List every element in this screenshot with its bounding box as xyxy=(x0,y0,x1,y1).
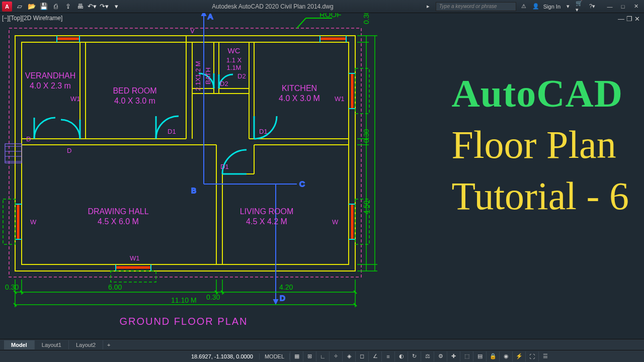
dim-0.30t: 0.30 xyxy=(362,13,370,24)
overlay-line-1: AutoCAD xyxy=(452,71,629,116)
w-tag-left: W xyxy=(30,218,37,226)
dim-6.00: 6.00 xyxy=(108,283,122,291)
status-bar: 18.6927, -1.1038, 0.0000 MODEL ▦ ⊞ ∟ ✧ ◈… xyxy=(0,350,644,362)
cycling-icon[interactable]: ↻ xyxy=(408,351,421,361)
quickprops-icon[interactable]: ▤ xyxy=(473,351,486,361)
save-icon[interactable]: 💾 xyxy=(38,2,49,12)
floor-plan-svg: ROOF xyxy=(0,13,382,355)
room-drawing-name: DRAWING HALL xyxy=(88,207,148,216)
connect-icon[interactable]: ⚠ xyxy=(519,2,528,11)
annomonitor-icon[interactable]: ✚ xyxy=(447,351,460,361)
section-b: B xyxy=(191,186,196,195)
room-verandah-name: VERANDHAH xyxy=(25,71,75,80)
plot-icon[interactable]: 🖶 xyxy=(74,2,86,12)
d1-tag-kit: D1 xyxy=(259,128,268,135)
doc-minimize-icon[interactable]: — xyxy=(618,15,624,23)
room-kitchen-dim: 4.0 X 3.0 M xyxy=(279,94,320,103)
help-icon[interactable]: ?▾ xyxy=(588,2,597,11)
svg-marker-57 xyxy=(202,13,206,16)
overlay-line-2: Floor Plan xyxy=(452,122,629,167)
custom-icon[interactable]: ☰ xyxy=(538,351,551,361)
snap-icon[interactable]: ⊞ xyxy=(303,351,316,361)
tab-layout2[interactable]: Layout2 xyxy=(69,340,103,349)
isolate-icon[interactable]: ◉ xyxy=(499,351,512,361)
doc-close-icon[interactable]: ✕ xyxy=(634,15,640,23)
minimize-button[interactable]: — xyxy=(604,2,616,11)
polar-icon[interactable]: ✧ xyxy=(329,351,342,361)
otrack-icon[interactable]: ∠ xyxy=(368,351,381,361)
cart-icon[interactable]: 🛒▾ xyxy=(576,2,585,11)
transparency-icon[interactable]: ◐ xyxy=(394,351,408,361)
undo-icon[interactable]: ↶▾ xyxy=(87,2,98,12)
title-bar: A ▱ 📂 💾 ⎙ ⇪ 🖶 ↶▾ ↷▾ ▾ Autodesk AutoCAD 2… xyxy=(0,0,644,13)
room-bedroom-name: BED ROOM xyxy=(113,86,156,95)
status-model[interactable]: MODEL xyxy=(259,353,290,359)
overlay-line-3: Tutorial - 6 xyxy=(452,173,629,219)
status-toggles: ▦ ⊞ ∟ ✧ ◈ ◻ ∠ ≡ ◐ ↻ ⚖ ⚙ ✚ ⬚ ▤ 🔒 ◉ ⚡ ⛶ ☰ xyxy=(290,351,551,361)
tutorial-title-overlay: AutoCAD Floor Plan Tutorial - 6 xyxy=(452,71,629,219)
workspace-icon[interactable]: ⚙ xyxy=(434,351,447,361)
open-icon[interactable]: 📂 xyxy=(26,2,37,12)
room-wc-dim: 1.1 X xyxy=(226,56,242,64)
room-drawing-dim: 4.5 X 6.0 M xyxy=(98,217,139,226)
lock-icon[interactable]: 🔒 xyxy=(486,351,499,361)
roof-label: ROOF xyxy=(319,13,341,19)
doc-restore-icon[interactable]: ❐ xyxy=(626,15,632,23)
bath-label: BATH xyxy=(204,67,212,84)
plan-title: GROUND FLOOR PLAN xyxy=(119,316,248,327)
w-tag-right: W xyxy=(332,218,339,226)
room-kitchen-name: KITCHEN xyxy=(282,84,317,93)
viewport-label[interactable]: [−][Top][2D Wireframe] xyxy=(2,15,62,22)
lineweight-icon[interactable]: ≡ xyxy=(381,351,394,361)
units-icon[interactable]: ⬚ xyxy=(460,351,473,361)
room-verandah-dim: 4.0 X 2.3 m xyxy=(30,81,71,90)
osnap-icon[interactable]: ◻ xyxy=(355,351,368,361)
redo-icon[interactable]: ↷▾ xyxy=(99,2,110,12)
tab-model[interactable]: Model xyxy=(4,340,35,349)
search-input[interactable]: Type a keyword or phrase xyxy=(436,2,516,11)
saveas-icon[interactable]: ⎙ xyxy=(50,2,61,12)
iso-icon[interactable]: ◈ xyxy=(342,351,355,361)
room-wc-name: WC xyxy=(228,46,240,55)
cleanscreen-icon[interactable]: ⛶ xyxy=(525,351,538,361)
app-logo[interactable]: A xyxy=(2,2,12,12)
d-tag-bed: D xyxy=(67,147,71,154)
user-icon[interactable]: 👤 xyxy=(531,2,540,11)
dim-4.50: 4.50 xyxy=(362,201,370,214)
d2-tag-wc: D2 xyxy=(220,80,228,87)
room-living-dim: 4.5 X 4.2 M xyxy=(246,217,287,226)
close-button[interactable]: ✕ xyxy=(630,2,642,11)
hardware-icon[interactable]: ⚡ xyxy=(512,351,525,361)
tab-add[interactable]: + xyxy=(103,340,114,349)
drawing-canvas[interactable]: AutoCAD Floor Plan Tutorial - 6 ROOF xyxy=(0,13,644,350)
qat-dropdown-icon[interactable]: ▾ xyxy=(111,2,122,12)
annoscale-icon[interactable]: ⚖ xyxy=(421,351,434,361)
window-title: Autodesk AutoCAD 2020 Civil Plan 2014.dw… xyxy=(122,3,424,10)
maximize-button[interactable]: □ xyxy=(617,2,629,11)
w1-tag-bottom: W1 xyxy=(130,254,140,262)
d-tag-ver: D xyxy=(26,135,31,143)
section-c: C xyxy=(299,179,305,188)
title-right: ▸ Type a keyword or phrase ⚠ 👤 Sign In ▾… xyxy=(424,2,642,11)
ortho-icon[interactable]: ∟ xyxy=(316,351,329,361)
grid-icon[interactable]: ▦ xyxy=(290,351,303,361)
dim-0.30m: 0.30 xyxy=(362,129,370,143)
svg-rect-26 xyxy=(5,144,22,163)
new-icon[interactable]: ▱ xyxy=(14,2,25,12)
svg-text:1.1M: 1.1M xyxy=(227,64,242,71)
web-icon[interactable]: ⇪ xyxy=(62,2,73,12)
svg-line-1 xyxy=(297,18,306,28)
w1-tag-ver: W1 xyxy=(70,95,80,103)
tab-layout1[interactable]: Layout1 xyxy=(35,340,69,349)
svg-rect-55 xyxy=(111,271,156,282)
recent-icon[interactable]: ▸ xyxy=(424,2,433,11)
quick-access-toolbar: ▱ 📂 💾 ⎙ ⇪ 🖶 ↶▾ ↷▾ ▾ xyxy=(14,2,122,12)
svg-rect-52 xyxy=(355,68,369,114)
coordinates: 18.6927, -1.1038, 0.0000 xyxy=(191,353,253,359)
dim-11.10: 11.10 M xyxy=(171,296,197,304)
exchange-icon[interactable]: ▾ xyxy=(564,2,573,11)
d1-tag-bed: D1 xyxy=(168,128,176,135)
signin-link[interactable]: Sign In xyxy=(543,4,560,10)
layout-tabs: Model Layout1 Layout2 + xyxy=(0,339,644,350)
bath-dim: 2.1X1.2 M xyxy=(194,61,202,90)
